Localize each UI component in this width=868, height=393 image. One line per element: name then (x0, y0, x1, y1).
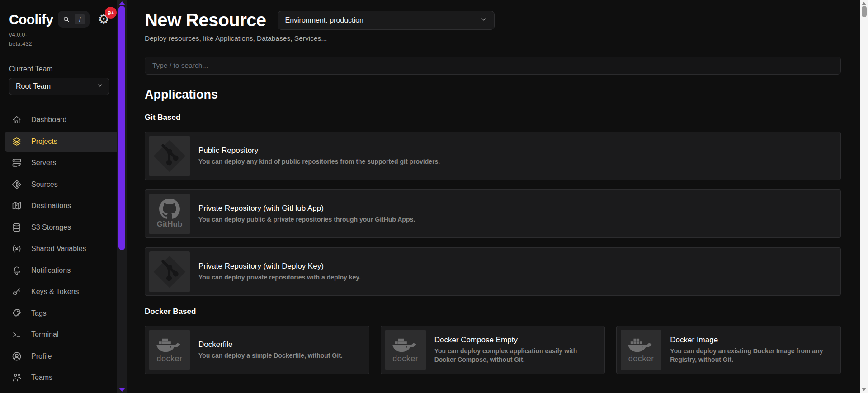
sidebar-item-terminal[interactable]: Terminal (5, 325, 123, 345)
sidebar-item-label: Teams (31, 374, 52, 382)
docker-icon (627, 336, 655, 355)
card-dockerfile[interactable]: docker Dockerfile You can deploy a simpl… (145, 326, 369, 374)
variable-icon (11, 243, 22, 254)
card-private-repository-deploy-key[interactable]: Private Repository (with Deploy Key) You… (145, 247, 841, 296)
sidebar-item-dashboard[interactable]: Dashboard (5, 110, 123, 130)
docker-wordmark: docker (628, 354, 654, 364)
sidebar-item-label: Shared Variables (31, 245, 86, 253)
settings-button[interactable]: ⚙ 9+ (98, 13, 109, 26)
card-text: Docker Compose Empty You can deploy comp… (434, 336, 597, 364)
chevron-down-icon (480, 16, 487, 25)
git-diamond-icon (11, 179, 22, 190)
sidebar-item-profile[interactable]: Profile (5, 346, 123, 366)
git-logo-tile (149, 251, 190, 292)
sidebar-item-label: Terminal (31, 331, 58, 339)
git-logo-tile (149, 136, 190, 176)
database-icon (11, 222, 22, 233)
team-select-value: Root Team (16, 82, 51, 90)
card-title: Docker Image (670, 336, 832, 345)
team-select[interactable]: Root Team (9, 78, 109, 95)
layers-icon (11, 136, 22, 147)
scroll-down-arrow[interactable] (862, 388, 866, 391)
sidebar-item-label: Profile (31, 352, 52, 360)
scroll-up-arrow[interactable] (862, 2, 866, 5)
card-description: You can deploy private repositories with… (198, 273, 361, 282)
sidebar-item-keys-tokens[interactable]: Keys & Tokens (5, 282, 123, 302)
scroll-down-arrow[interactable] (119, 388, 125, 392)
git-icon (152, 255, 187, 289)
sidebar-item-label: Destinations (31, 202, 71, 210)
coolify-logo[interactable]: Coolify (9, 12, 53, 27)
sidebar-item-label: Sources (31, 180, 58, 189)
card-public-repository[interactable]: Public Repository You can deploy any kin… (145, 132, 841, 180)
git-icon (152, 139, 187, 173)
card-docker-compose-empty[interactable]: docker Docker Compose Empty You can depl… (381, 326, 605, 374)
resource-search-input[interactable] (145, 57, 841, 75)
card-title: Private Repository (with Deploy Key) (198, 262, 361, 271)
sidebar-item-destinations[interactable]: Destinations (5, 196, 123, 216)
search-icon (62, 15, 71, 24)
card-description: You can deploy any kind of public reposi… (198, 157, 440, 166)
docker-logo-tile: docker (149, 330, 190, 370)
card-title: Docker Compose Empty (434, 336, 597, 345)
docker-icon (392, 336, 420, 355)
sidebar-item-tags[interactable]: Tags (5, 303, 123, 323)
sidebar-item-teams[interactable]: Teams (5, 368, 123, 388)
current-team-label: Current Team (9, 65, 127, 73)
docker-logo-tile: docker (385, 330, 426, 370)
card-description: You can deploy an existing Docker Image … (670, 347, 832, 364)
github-icon (159, 199, 180, 219)
slash-shortcut-key: / (75, 14, 85, 24)
sidebar-scrollbar-thumb[interactable] (118, 6, 125, 250)
card-description: You can deploy complex application easil… (434, 347, 597, 364)
sidebar-item-servers[interactable]: Servers (5, 153, 123, 173)
github-wordmark: GitHub (157, 220, 183, 229)
sidebar-scrollbar[interactable] (117, 0, 127, 393)
sidebar-item-label: Notifications (31, 266, 71, 275)
page-scrollbar-thumb[interactable] (862, 6, 867, 17)
tag-icon (11, 308, 22, 319)
map-icon (11, 200, 22, 211)
chevron-down-icon (96, 82, 104, 91)
sidebar-item-sources[interactable]: Sources (5, 175, 123, 194)
sidebar-item-label: Projects (31, 137, 57, 146)
github-logo-tile: GitHub (149, 194, 190, 234)
sidebar-item-s3-storages[interactable]: S3 Storages (5, 218, 123, 237)
environment-select[interactable]: Environment: production (278, 11, 495, 30)
page-scrollbar[interactable] (860, 0, 868, 393)
sidebar-item-label: Keys & Tokens (31, 288, 79, 296)
terminal-icon (11, 329, 22, 340)
sidebar-item-label: Servers (31, 159, 56, 167)
card-text: Docker Image You can deploy an existing … (670, 336, 832, 364)
card-title: Public Repository (198, 146, 440, 155)
sidebar-nav: Dashboard Projects Servers Sources Desti… (5, 110, 123, 388)
card-description: You can deploy public & private reposito… (198, 215, 415, 224)
applications-heading: Applications (145, 88, 841, 102)
card-description: You can deploy a simple Dockerfile, with… (198, 351, 343, 360)
card-text: Private Repository (with GitHub App) You… (198, 204, 415, 224)
page-title: New Resource (145, 10, 266, 30)
users-icon (11, 372, 22, 383)
global-search-button[interactable]: / (58, 11, 90, 28)
sidebar: Coolify / ⚙ 9+ v4.0.0-beta.432 Current T… (0, 0, 127, 393)
card-title: Private Repository (with GitHub App) (198, 204, 415, 213)
card-docker-image[interactable]: docker Docker Image You can deploy an ex… (616, 326, 841, 374)
sidebar-item-shared-variables[interactable]: Shared Variables (5, 239, 123, 259)
user-circle-icon (11, 351, 22, 362)
card-title: Dockerfile (198, 340, 343, 349)
docker-based-heading: Docker Based (145, 307, 841, 316)
card-text: Private Repository (with Deploy Key) You… (198, 262, 361, 282)
sidebar-item-projects[interactable]: Projects (5, 132, 123, 152)
scroll-up-arrow[interactable] (119, 1, 125, 5)
sidebar-item-label: Dashboard (31, 116, 66, 124)
page-subtitle: Deploy resources, like Applications, Dat… (145, 34, 841, 43)
card-text: Dockerfile You can deploy a simple Docke… (198, 340, 343, 360)
card-private-repository-github-app[interactable]: GitHub Private Repository (with GitHub A… (145, 189, 841, 238)
sidebar-item-label: S3 Storages (31, 223, 71, 232)
docker-logo-tile: docker (621, 330, 661, 370)
sidebar-header: Coolify / ⚙ 9+ (0, 0, 127, 28)
page-header: New Resource Environment: production (145, 10, 841, 30)
bell-icon (11, 265, 22, 276)
sidebar-item-notifications[interactable]: Notifications (5, 260, 123, 280)
main-content: New Resource Environment: production Dep… (145, 0, 841, 374)
